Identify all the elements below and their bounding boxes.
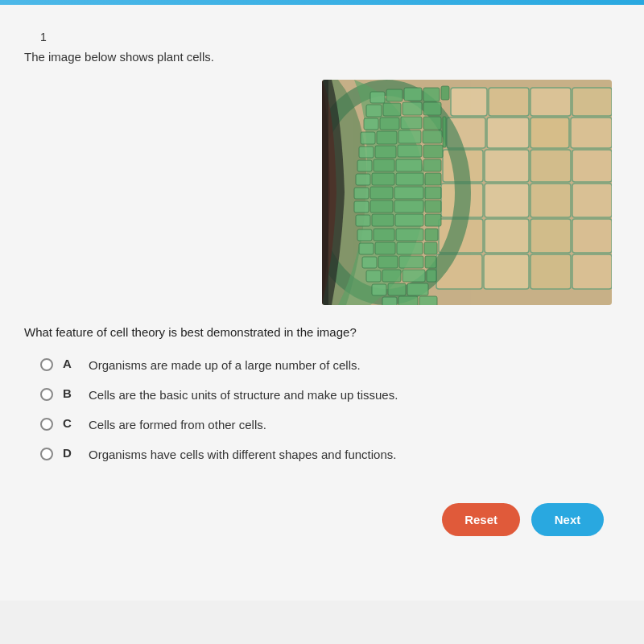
plant-cell-image — [322, 80, 612, 305]
option-label-c: C — [63, 416, 79, 430]
option-label-a: A — [63, 357, 79, 370]
image-container — [24, 80, 612, 305]
option-text-a: Organisms are made up of a large number … — [89, 357, 361, 374]
option-row-c[interactable]: C Cells are formed from other cells. — [40, 416, 620, 433]
radio-c[interactable] — [40, 418, 53, 431]
svg-rect-92 — [322, 80, 612, 305]
question-number: 1 — [24, 21, 620, 50]
option-label-d: D — [63, 446, 79, 460]
option-text-b: Cells are the basic units of structure a… — [89, 386, 398, 403]
radio-b[interactable] — [40, 388, 53, 401]
next-button[interactable]: Next — [531, 503, 604, 536]
option-row-a[interactable]: A Organisms are made up of a large numbe… — [40, 357, 620, 374]
intro-text: The image below shows plant cells. — [24, 50, 620, 64]
buttons-row: Reset Next — [24, 503, 620, 536]
options-container: A Organisms are made up of a large numbe… — [24, 357, 620, 463]
reset-button[interactable]: Reset — [442, 503, 520, 536]
radio-a[interactable] — [40, 358, 53, 371]
option-row-b[interactable]: B Cells are the basic units of structure… — [40, 386, 620, 403]
radio-d[interactable] — [40, 448, 53, 460]
option-row-d[interactable]: D Organisms have cells with different sh… — [40, 446, 620, 463]
question-prompt: What feature of cell theory is best demo… — [24, 325, 620, 339]
option-text-d: Organisms have cells with different shap… — [89, 446, 396, 463]
option-label-b: B — [63, 386, 79, 400]
option-text-c: Cells are formed from other cells. — [89, 416, 266, 433]
main-content: 1 The image below shows plant cells. — [0, 5, 644, 601]
